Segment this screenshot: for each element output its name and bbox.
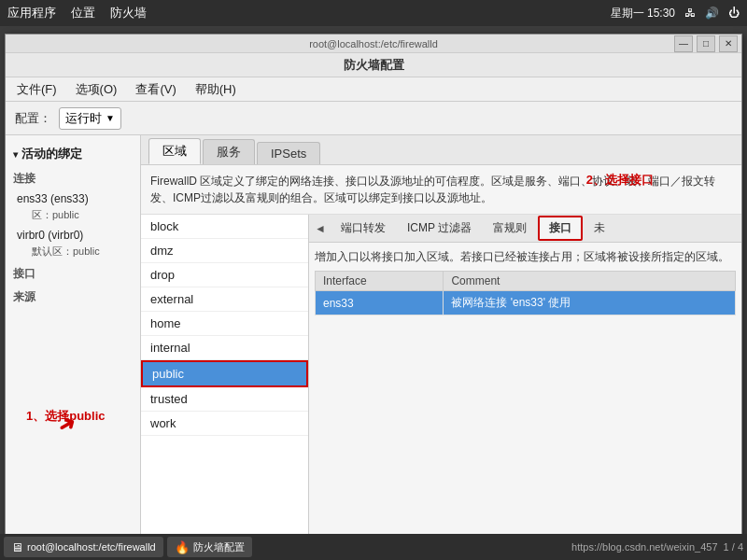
zone-dmz[interactable]: dmz (141, 239, 308, 263)
taskbar-item-firewall[interactable]: 🔥 防火墙配置 (167, 537, 252, 557)
chevron-icon: ▾ (13, 149, 18, 160)
sub-tab-nav-left[interactable]: ◄ (311, 220, 330, 237)
menu-file[interactable]: 文件(F) (9, 79, 64, 100)
zone-interface-split: block dmz drop external home internal pu… (141, 215, 741, 542)
sidebar-item-ens33[interactable]: ens33 (ens33) 区：public (6, 189, 140, 225)
zone-home[interactable]: home (141, 312, 308, 336)
config-value: 运行时 (65, 110, 102, 127)
sub-tab-more[interactable]: 未 (584, 217, 615, 240)
sub-tab-interface[interactable]: 接口 (538, 216, 583, 241)
zone-description: FirewallD 区域定义了绑定的网络连接、接口以及源地址的可信程度。区域是服… (141, 165, 741, 215)
interface-table: Interface Comment ens33 被网络连接 'ens33' 使用 (315, 271, 736, 315)
zone-work[interactable]: work (141, 412, 308, 436)
location-menu[interactable]: 位置 (71, 5, 95, 21)
sidebar-item-virbr0[interactable]: virbr0 (virbr0) 默认区：public (6, 225, 140, 261)
interface-panel: ◄ 端口转发 ICMP 过滤器 富规则 接口 未 增加入口以将接口加入区域。若接… (309, 215, 741, 542)
tab-zones[interactable]: 区域 (148, 138, 201, 164)
minimize-button[interactable]: — (674, 35, 693, 52)
sub-tab-port-forward[interactable]: 端口转发 (331, 217, 396, 240)
power-icon[interactable]: ⏻ (728, 7, 740, 20)
taskbar-item-terminal[interactable]: 🖥 root@localhost:/etc/firewalld (4, 537, 163, 557)
menu-bar: 文件(F) 选项(O) 查看(V) 帮助(H) (6, 77, 741, 102)
taskbar-page: 1 / 4 (724, 541, 743, 553)
menu-options[interactable]: 选项(O) (68, 79, 125, 100)
col-interface: Interface (316, 272, 444, 291)
maximize-button[interactable]: □ (697, 35, 715, 52)
taskbar-firewall-label: 防火墙配置 (193, 540, 245, 554)
window-path: root@localhost:/etc/firewalld (309, 38, 438, 49)
toolbar: 配置： 运行时 ▼ (6, 102, 741, 135)
window-title: 防火墙配置 (6, 53, 741, 77)
sub-tab-icmp[interactable]: ICMP 过滤器 (397, 217, 482, 240)
system-bar-left: 应用程序 位置 防火墙 (7, 5, 147, 21)
taskbar: 🖥 root@localhost:/etc/firewalld 🔥 防火墙配置 … (0, 534, 747, 560)
zone-internal[interactable]: internal (141, 336, 308, 360)
taskbar-right: https://blog.csdn.net/weixin_457 1 / 4 (571, 541, 743, 553)
sub-tabs-row: ◄ 端口转发 ICMP 过滤器 富规则 接口 未 (309, 215, 741, 243)
volume-icon: 🔊 (705, 7, 719, 20)
interface-group-label: 接口 (6, 260, 140, 284)
zone-external[interactable]: external (141, 287, 308, 312)
zone-public[interactable]: public (141, 360, 308, 387)
main-window: root@localhost:/etc/firewalld — □ ✕ 防火墙配… (5, 34, 742, 543)
config-label: 配置： (15, 110, 51, 127)
tabs-row: 区域 服务 IPSets (141, 135, 741, 165)
menu-view[interactable]: 查看(V) (128, 79, 183, 100)
zone-list: block dmz drop external home internal pu… (141, 215, 309, 542)
app-menu[interactable]: 应用程序 (7, 5, 56, 21)
tab-ipsets[interactable]: IPSets (257, 142, 320, 164)
interface-content: 增加入口以将接口加入区域。若接口已经被连接占用；区域将被设接所指定的区域。 In… (309, 243, 741, 542)
firewall-menu[interactable]: 防火墙 (110, 5, 147, 21)
interface-description: 增加入口以将接口加入区域。若接口已经被连接占用；区域将被设接所指定的区域。 (315, 248, 736, 265)
system-bar: 应用程序 位置 防火墙 星期一 15:30 🖧 🔊 ⏻ (0, 0, 747, 26)
connections-group-label: 连接 (6, 165, 140, 189)
close-button[interactable]: ✕ (719, 35, 738, 52)
firewall-icon: 🔥 (175, 540, 190, 554)
active-binding-header[interactable]: ▾ 活动的绑定 (6, 143, 140, 165)
col-comment: Comment (444, 272, 736, 291)
terminal-icon: 🖥 (11, 540, 23, 554)
sidebar: ▾ 活动的绑定 连接 ens33 (ens33) 区：public virbr0… (6, 135, 141, 542)
tab-services[interactable]: 服务 (203, 139, 255, 164)
system-bar-right: 星期一 15:30 🖧 🔊 ⏻ (611, 6, 740, 21)
sub-tab-rich-rules[interactable]: 富规则 (483, 217, 537, 240)
cell-comment: 被网络连接 'ens33' 使用 (444, 291, 736, 315)
window-title-text: 防火墙配置 (344, 57, 404, 74)
zone-drop[interactable]: drop (141, 263, 308, 287)
menu-help[interactable]: 帮助(H) (188, 79, 244, 100)
right-panel: 区域 服务 IPSets FirewallD 区域定义了绑定的网络连接、接口以及… (141, 135, 741, 542)
config-dropdown[interactable]: 运行时 ▼ (59, 107, 121, 130)
source-group-label: 来源 (6, 284, 140, 307)
network-icon: 🖧 (684, 7, 696, 20)
time-display: 星期一 15:30 (611, 6, 675, 21)
taskbar-url: https://blog.csdn.net/weixin_457 (571, 541, 718, 553)
table-row[interactable]: ens33 被网络连接 'ens33' 使用 (316, 291, 736, 315)
cell-interface: ens33 (316, 291, 444, 315)
tab-content: FirewallD 区域定义了绑定的网络连接、接口以及源地址的可信程度。区域是服… (141, 165, 741, 542)
taskbar-terminal-label: root@localhost:/etc/firewalld (27, 541, 156, 553)
zone-block[interactable]: block (141, 215, 308, 239)
active-binding-label: 活动的绑定 (21, 146, 82, 162)
main-content: ▾ 活动的绑定 连接 ens33 (ens33) 区：public virbr0… (6, 135, 741, 542)
window-controls: — □ ✕ (674, 35, 738, 52)
dropdown-arrow-icon: ▼ (106, 113, 115, 123)
zone-trusted[interactable]: trusted (141, 387, 308, 412)
